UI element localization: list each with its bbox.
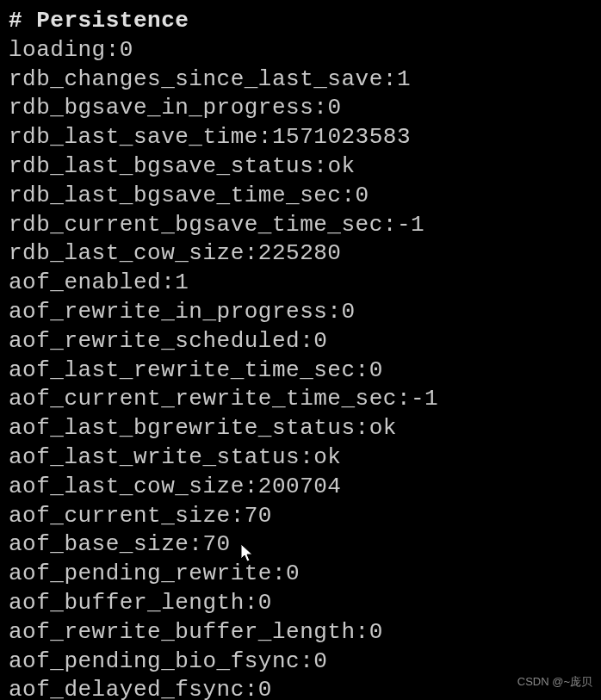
info-key: rdb_bgsave_in_progress <box>9 95 313 121</box>
info-line: rdb_last_cow_size:225280 <box>9 239 592 269</box>
info-value: 0 <box>258 590 272 616</box>
info-value: 0 <box>369 357 383 383</box>
info-line: aof_pending_rewrite:0 <box>9 560 592 589</box>
separator: : <box>245 240 258 266</box>
info-key: aof_last_rewrite_time_sec <box>9 357 356 383</box>
info-line: aof_last_rewrite_time_sec:0 <box>9 356 592 386</box>
info-value: 70 <box>202 531 230 557</box>
info-value: ok <box>313 444 341 470</box>
info-value: ok <box>327 153 355 179</box>
info-value: 225280 <box>258 240 342 266</box>
info-line: aof_base_size:70 <box>9 530 592 560</box>
info-value: 0 <box>258 677 272 700</box>
info-value: 0 <box>120 37 133 63</box>
info-line: rdb_last_save_time:1571023583 <box>9 123 592 152</box>
separator: : <box>313 95 327 121</box>
separator: : <box>300 648 313 674</box>
separator: : <box>245 590 258 616</box>
info-value: 0 <box>369 619 383 645</box>
info-value: 0 <box>356 183 369 208</box>
info-line: rdb_last_bgsave_status:ok <box>9 152 592 182</box>
info-value: 0 <box>313 328 327 354</box>
info-key: aof_last_cow_size <box>9 474 245 499</box>
info-key: aof_last_write_status <box>9 444 300 470</box>
separator: : <box>245 677 258 700</box>
info-line: aof_enabled:1 <box>9 269 592 298</box>
info-key: aof_delayed_fsync <box>9 677 245 700</box>
info-line: aof_last_bgrewrite_status:ok <box>9 414 592 443</box>
info-key: aof_base_size <box>9 531 189 557</box>
info-key: aof_buffer_length <box>9 590 245 616</box>
separator: : <box>341 183 355 208</box>
separator: : <box>356 415 369 441</box>
info-line: aof_current_size:70 <box>9 502 592 531</box>
info-value: 0 <box>327 95 341 121</box>
separator: : <box>397 386 411 412</box>
info-line: aof_rewrite_scheduled:0 <box>9 327 592 356</box>
info-value: 1 <box>175 269 189 295</box>
info-line: aof_last_write_status:ok <box>9 443 592 473</box>
info-key: aof_last_bgrewrite_status <box>9 415 356 441</box>
info-key: loading <box>9 37 106 63</box>
info-value: 200704 <box>258 474 342 499</box>
info-key: rdb_current_bgsave_time_sec <box>9 212 383 238</box>
info-key: rdb_last_save_time <box>9 124 258 150</box>
separator: : <box>300 444 313 470</box>
separator: : <box>356 619 369 645</box>
info-value: 0 <box>286 561 300 586</box>
info-key: rdb_last_bgsave_time_sec <box>9 183 341 208</box>
info-line: aof_pending_bio_fsync:0 <box>9 647 592 677</box>
separator: : <box>383 66 397 92</box>
info-value: -1 <box>397 212 424 238</box>
info-key: aof_rewrite_in_progress <box>9 299 327 325</box>
separator: : <box>383 212 397 238</box>
info-value: 1571023583 <box>272 124 411 150</box>
info-line: rdb_bgsave_in_progress:0 <box>9 94 592 123</box>
info-value: -1 <box>411 386 438 412</box>
info-line: aof_rewrite_in_progress:0 <box>9 298 592 327</box>
terminal-output: # Persistence loading:0rdb_changes_since… <box>9 7 592 700</box>
info-line: aof_rewrite_buffer_length:0 <box>9 618 592 647</box>
persistence-info-lines: loading:0rdb_changes_since_last_save:1rd… <box>9 36 592 700</box>
info-key: rdb_last_cow_size <box>9 240 245 266</box>
separator: : <box>313 153 327 179</box>
info-value: 1 <box>397 66 411 92</box>
info-line: rdb_current_bgsave_time_sec:-1 <box>9 211 592 240</box>
info-value: ok <box>369 415 397 441</box>
separator: : <box>106 37 120 63</box>
info-value: 0 <box>341 299 355 325</box>
watermark-text: CSDN @~庞贝 <box>517 675 592 690</box>
info-line: rdb_last_bgsave_time_sec:0 <box>9 182 592 211</box>
info-line: aof_buffer_length:0 <box>9 589 592 618</box>
info-line: aof_last_cow_size:200704 <box>9 473 592 502</box>
separator: : <box>245 474 258 499</box>
info-value: 70 <box>245 503 272 529</box>
info-line: aof_delayed_fsync:0 <box>9 676 592 700</box>
info-key: rdb_last_bgsave_status <box>9 153 313 179</box>
info-line: rdb_changes_since_last_save:1 <box>9 65 592 95</box>
separator: : <box>272 561 286 586</box>
separator: : <box>300 328 313 354</box>
separator: : <box>327 299 341 325</box>
info-key: aof_rewrite_buffer_length <box>9 619 356 645</box>
separator: : <box>189 531 202 557</box>
info-value: 0 <box>313 648 327 674</box>
info-key: aof_current_size <box>9 503 231 529</box>
info-key: rdb_changes_since_last_save <box>9 66 383 92</box>
info-key: aof_current_rewrite_time_sec <box>9 386 397 412</box>
info-key: aof_rewrite_scheduled <box>9 328 300 354</box>
separator: : <box>231 503 245 529</box>
info-key: aof_enabled <box>9 269 161 295</box>
info-line: loading:0 <box>9 36 592 65</box>
info-line: aof_current_rewrite_time_sec:-1 <box>9 385 592 414</box>
separator: : <box>161 269 175 295</box>
section-header: # Persistence <box>9 7 592 36</box>
separator: : <box>258 124 272 150</box>
info-key: aof_pending_rewrite <box>9 561 272 586</box>
separator: : <box>356 357 369 383</box>
info-key: aof_pending_bio_fsync <box>9 648 300 674</box>
